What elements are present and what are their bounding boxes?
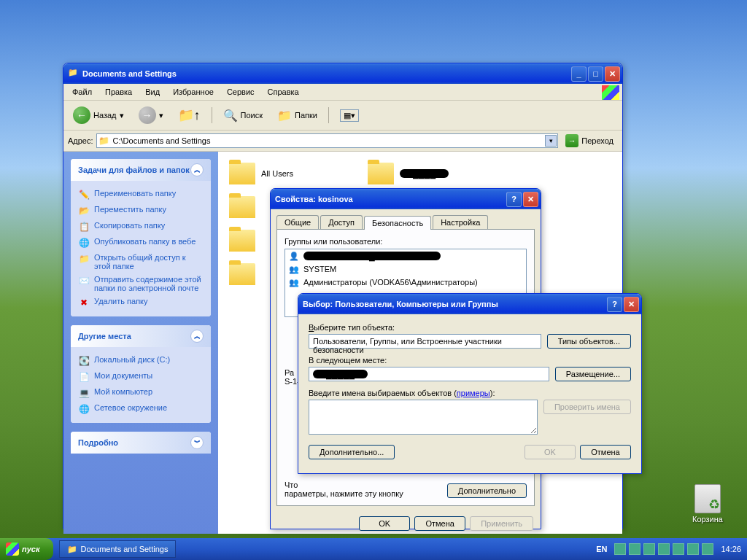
close-button[interactable]: ✕ [624, 297, 639, 312]
chevron-up-icon: ︽ [190, 163, 204, 176]
names-input[interactable] [309, 400, 538, 435]
publish-folder-link[interactable]: 🌐Опубликовать папку в вебе [78, 235, 204, 251]
tab-sharing[interactable]: Доступ [320, 215, 363, 229]
search-button[interactable]: 🔍Поиск [218, 106, 268, 125]
select-titlebar[interactable]: Выбор: Пользователи, Компьютеры или Груп… [298, 294, 641, 314]
search-icon: 🔍 [223, 109, 238, 122]
menu-tools[interactable]: Сервис [221, 85, 260, 98]
up-button[interactable]: 📁↑ [173, 104, 206, 126]
menubar: Файл Правка Вид Избранное Сервис Справка [63, 84, 622, 101]
folder-redacted[interactable]: ████ [365, 160, 489, 187]
object-type-field: Пользователи, Группы, или Встроенные уча… [309, 334, 541, 349]
recycle-bin[interactable]: Корзина [686, 484, 729, 524]
user-item-system[interactable]: 👥SYSTEM [285, 262, 526, 276]
tray-icon[interactable] [702, 543, 713, 555]
user-item-admins[interactable]: 👥Администраторы (VODKA56\Администраторы) [285, 276, 526, 289]
properties-tabs: Общие Доступ Безопасность Настройка [271, 209, 541, 229]
tray-icon[interactable] [687, 543, 699, 555]
ok-button[interactable]: OK [359, 516, 410, 531]
copy-folder-link[interactable]: 📋Скопировать папку [78, 219, 204, 235]
menu-view[interactable]: Вид [139, 85, 166, 98]
explorer-title: Documents and Settings [82, 69, 177, 78]
views-button[interactable]: ▦▾ [335, 106, 364, 125]
tray-icon[interactable] [658, 543, 670, 555]
explorer-titlebar[interactable]: 📁 Documents and Settings _ □ ✕ [63, 63, 622, 84]
taskbar: пуск 📁 Documents and Settings EN 14:26 [0, 538, 747, 560]
forward-arrow-icon: → [139, 106, 156, 124]
tab-general[interactable]: Общие [276, 215, 319, 229]
note-text: Что параметры, нажмите эту кнопку [285, 481, 403, 498]
advanced-button[interactable]: Дополнительно... [309, 445, 395, 459]
redacted-text: █████ [313, 370, 368, 378]
move-folder-link[interactable]: 📂Переместить папку [78, 203, 204, 219]
menu-edit[interactable]: Правка [99, 85, 138, 98]
toolbar: ←Назад ▾ →▾ 📁↑ 🔍Поиск 📁Папки ▦▾ [63, 101, 622, 131]
rename-folder-link[interactable]: ✏️Переименовать папку [78, 187, 204, 203]
my-documents-link[interactable]: 📄Мои документы [78, 369, 204, 385]
maximize-button[interactable]: □ [588, 66, 603, 82]
menu-favorites[interactable]: Избранное [167, 85, 220, 98]
separator [328, 107, 329, 123]
address-dropdown[interactable]: ▾ [545, 135, 557, 147]
folder-icon [368, 163, 394, 184]
taskbar-app[interactable]: 📁 Documents and Settings [59, 540, 177, 558]
properties-title: Свойства: kosinova [275, 195, 353, 203]
folder-icon: 📁 [68, 68, 80, 79]
cancel-button[interactable]: Отмена [580, 445, 631, 459]
my-computer-link[interactable]: 💻Мой компьютер [78, 385, 204, 401]
system-tray: EN 14:26 [586, 538, 747, 560]
user-icon: 👤 [288, 250, 300, 262]
menu-file[interactable]: Файл [66, 85, 98, 98]
tray-icon[interactable] [673, 543, 684, 555]
properties-titlebar[interactable]: Свойства: kosinova ? ✕ [271, 189, 541, 209]
address-bar: Адрес: 📁 ▾ →Переход [63, 131, 622, 152]
folder-icon [229, 263, 255, 285]
other-places-header[interactable]: Другие места︽ [71, 325, 211, 347]
tab-customize[interactable]: Настройка [433, 215, 488, 229]
address-label: Адрес: [68, 136, 93, 145]
menu-help[interactable]: Справка [262, 85, 305, 98]
details-header[interactable]: Подробно︾ [71, 432, 211, 454]
start-button[interactable]: пуск [0, 538, 53, 560]
examples-link[interactable]: примеры [457, 389, 490, 397]
apply-button[interactable]: Применить [470, 516, 533, 531]
share-icon: 📁 [78, 253, 90, 265]
go-button[interactable]: →Переход [561, 133, 618, 149]
forward-button[interactable]: →▾ [133, 104, 169, 127]
help-button[interactable]: ? [607, 297, 622, 312]
share-folder-link[interactable]: 📁Открыть общий доступ к этой папке [78, 251, 204, 273]
tray-icon[interactable] [614, 543, 626, 555]
tray-icon[interactable] [629, 543, 640, 555]
object-types-button[interactable]: Типы объектов... [547, 334, 631, 349]
file-tasks-header[interactable]: Задачи для файлов и папок︽ [71, 159, 211, 181]
back-button[interactable]: ←Назад ▾ [68, 104, 129, 127]
ok-button[interactable]: OK [525, 445, 576, 459]
clock[interactable]: 14:26 [721, 545, 741, 553]
delete-folder-link[interactable]: ✖Удалить папку [78, 295, 204, 311]
address-input[interactable] [96, 133, 559, 148]
properties-buttons: OK Отмена Применить [271, 512, 541, 535]
close-button[interactable]: ✕ [523, 192, 538, 207]
email-folder-link[interactable]: ✉️Отправить содержимое этой папки по эле… [78, 273, 204, 295]
folder-all-users[interactable]: All Users [227, 160, 351, 187]
help-button[interactable]: ? [506, 192, 522, 207]
globe-icon: 🌐 [78, 237, 90, 249]
check-names-button[interactable]: Проверить имена [543, 400, 631, 414]
tray-icon[interactable] [643, 543, 655, 555]
close-button[interactable]: ✕ [605, 66, 620, 82]
language-indicator[interactable]: EN [592, 545, 611, 553]
file-tasks-panel: Задачи для файлов и папок︽ ✏️Переименова… [71, 159, 211, 316]
local-disk-link[interactable]: 💽Локальный диск (C:) [78, 353, 204, 369]
network-link[interactable]: 🌐Сетевое окружение [78, 401, 204, 417]
tab-security[interactable]: Безопасность [364, 216, 431, 230]
user-item-redacted[interactable]: 👤█ [285, 249, 526, 262]
cancel-button[interactable]: Отмена [414, 516, 465, 531]
additional-button[interactable]: Дополнительно [447, 483, 527, 498]
minimize-button[interactable]: _ [571, 66, 587, 82]
folders-button[interactable]: 📁Папки [272, 106, 322, 125]
redacted-text: ████ [400, 169, 449, 178]
rename-icon: ✏️ [78, 189, 90, 201]
location-button[interactable]: Размещение... [555, 367, 631, 381]
folders-icon: 📁 [277, 109, 292, 122]
folder-icon: 📁 [67, 545, 77, 554]
